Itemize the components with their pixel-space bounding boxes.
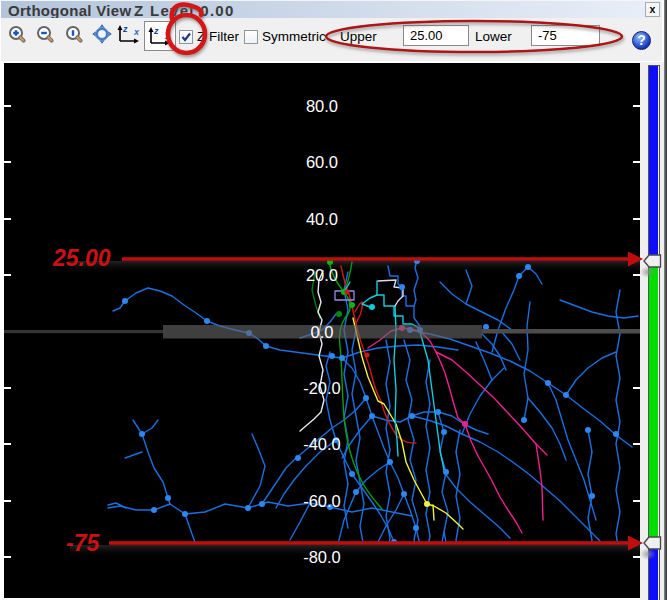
- svg-text:25.00: 25.00: [52, 245, 111, 271]
- svg-text:0.0: 0.0: [311, 323, 334, 341]
- svg-text:-80.0: -80.0: [303, 548, 341, 566]
- svg-text:20.0: 20.0: [306, 266, 338, 284]
- svg-text:-75: -75: [66, 530, 100, 556]
- svg-text:-20.0: -20.0: [303, 379, 341, 397]
- svg-text:-40.0: -40.0: [303, 435, 341, 453]
- svg-text:80.0: 80.0: [306, 97, 338, 115]
- svg-text:40.0: 40.0: [306, 210, 338, 228]
- svg-text:-60.0: -60.0: [303, 492, 341, 510]
- svg-text:60.0: 60.0: [306, 153, 338, 171]
